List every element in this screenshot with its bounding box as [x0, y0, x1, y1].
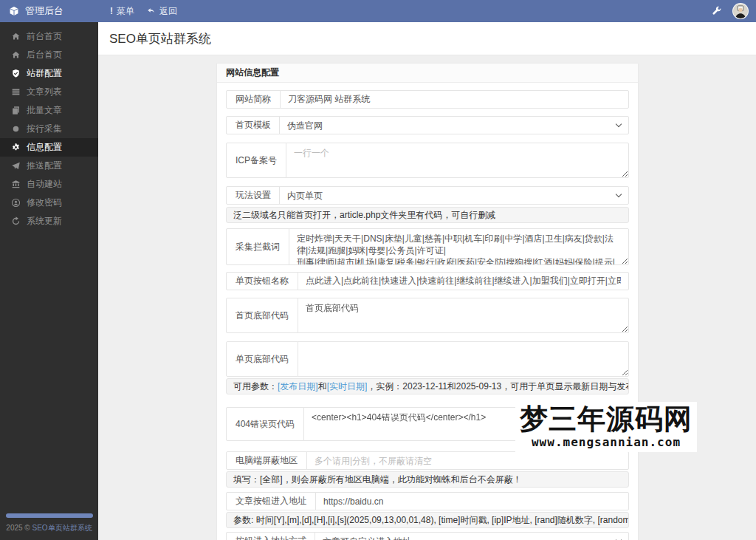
sidebar-item-front-home[interactable]: 前台首页: [0, 27, 98, 46]
pc-block-note: 填写：[全部]，则会屏蔽所有地区电脑端，此功能对蜘蛛和后台不会屏蔽！: [226, 471, 629, 488]
footer-site-link[interactable]: SEO单页站群系统: [32, 524, 92, 532]
sidebar: 前台首页 后台首页 站群配置 文章列表 批量文章 按行采集 信息配置 推送配置: [0, 22, 98, 540]
block-words-label: 采集拦截词: [226, 228, 289, 265]
sidebar-item-label: 信息配置: [27, 141, 62, 154]
watermark-url: www.mengsannian.com: [520, 435, 693, 449]
block-words-textarea[interactable]: 定时炸弹|天天干|DNS|床垫|儿童|慈善|中职|机车|印刷|中学|酒店|卫生|…: [289, 228, 629, 265]
publish-date-param: [发布日期]: [278, 381, 318, 392]
panel-title: 网站信息配置: [217, 64, 638, 83]
sidebar-item-label: 文章列表: [27, 86, 62, 98]
home-template-row: 首页模板 伪造官网: [226, 116, 629, 134]
article-url-input[interactable]: [315, 492, 629, 510]
sidebar-item-system-update[interactable]: 系统更新: [0, 212, 98, 230]
pc-block-input[interactable]: [306, 451, 629, 470]
wrench-icon[interactable]: [712, 6, 722, 16]
back-button[interactable]: 返回: [146, 5, 177, 18]
page-title: SEO单页站群系统: [109, 30, 211, 47]
menu-toggle-label: 菜单: [117, 5, 134, 18]
cube-logo-icon: [9, 6, 19, 16]
sidebar-item-label: 推送配置: [27, 160, 62, 172]
sidebar-item-article-list[interactable]: 文章列表: [0, 83, 98, 101]
pages-icon: [10, 106, 21, 116]
home-footer-code-label: 首页底部代码: [226, 298, 298, 333]
sidebar-item-label: 站群配置: [27, 67, 62, 80]
article-url-label: 文章按钮进入地址: [226, 492, 316, 510]
site-name-input[interactable]: [280, 90, 629, 109]
watermark-title: 梦三年源码网: [520, 403, 693, 435]
url-mode-row: 按钮进入地址方式 文章可自定义进入地址: [226, 532, 629, 540]
back-label: 返回: [159, 5, 177, 18]
page-footer-code-label: 单页底部代码: [226, 341, 298, 377]
brand-title: 管理后台: [25, 4, 63, 18]
page-footer-code-row: 单页底部代码: [226, 341, 629, 377]
watermark: 梦三年源码网 www.mengsannian.com: [515, 402, 697, 452]
sidebar-item-label: 前台首页: [27, 30, 62, 43]
footer-pill-decoration: [6, 513, 93, 518]
home-template-label: 首页模板: [226, 116, 281, 134]
home-template-select[interactable]: 伪造官网: [279, 116, 629, 134]
app-brand[interactable]: 管理后台: [0, 4, 98, 18]
copyright-text: 2025 ©: [6, 524, 30, 532]
sidebar-item-batch-articles[interactable]: 批量文章: [0, 101, 98, 120]
sidebar-item-label: 后台首页: [27, 49, 62, 61]
sidebar-item-line-collect[interactable]: 按行采集: [0, 120, 98, 138]
sidebar-item-label: 自动建站: [27, 178, 62, 191]
sidebar-item-push-config[interactable]: 推送配置: [0, 157, 98, 175]
sidebar-item-label: 批量文章: [27, 104, 62, 117]
pc-block-row: 电脑端屏蔽地区: [226, 451, 629, 470]
icp-row: ICP备案号: [226, 143, 629, 178]
gear-icon: [10, 143, 21, 153]
date-params-note: 可用参数：[发布日期]和[实时日期]，实例：2023-12-11和2025-09…: [226, 378, 629, 394]
sidebar-item-label: 系统更新: [27, 215, 62, 228]
list-icon: [10, 87, 21, 98]
icp-label: ICP备案号: [226, 143, 286, 178]
button-names-row: 单页按钮名称: [226, 272, 629, 290]
site-name-row: 网站简称: [226, 90, 629, 109]
dot-circle-icon: [10, 124, 21, 134]
page-footer-code-textarea[interactable]: [298, 341, 629, 377]
note-text: 和: [318, 381, 327, 392]
shield-check-icon: [10, 69, 21, 79]
sidebar-item-admin-home[interactable]: 后台首页: [0, 46, 98, 64]
user-circle-icon: [10, 198, 21, 208]
error404-label: 404错误页代码: [226, 407, 304, 441]
user-avatar[interactable]: [732, 3, 749, 19]
note-text: ，实例：2023-12-11和2025-09-13，可用于单页显示最新日期与发布…: [367, 381, 629, 392]
sidebar-item-cluster-config[interactable]: 站群配置: [0, 64, 98, 83]
article-url-row: 文章按钮进入地址: [226, 492, 629, 510]
play-mode-note: 泛二级域名只能首页打开，article.php文件夹里有代码，可自行删减: [226, 207, 629, 223]
realtime-date-param: [实时日期]: [327, 381, 368, 392]
url-mode-select[interactable]: 文章可自定义进入地址: [315, 532, 629, 540]
sidebar-item-info-config[interactable]: 信息配置: [0, 138, 98, 157]
home-icon: [10, 50, 21, 61]
topbar: 管理后台 ! 菜单 返回: [0, 0, 756, 22]
sidebar-item-auto-build[interactable]: 自动建站: [0, 175, 98, 194]
pc-block-label: 电脑端屏蔽地区: [226, 451, 307, 470]
refresh-icon: [10, 216, 21, 227]
params-note: 参数: 时间[Y],[m],[d],[H],[i],[s](2025,09,13…: [226, 512, 629, 528]
sidebar-item-label: 按行采集: [27, 123, 62, 135]
note-text: 可用参数：: [233, 381, 278, 392]
content-area: 网站信息配置 网站简称 首页模板 伪造官网 ICP备案号: [98, 55, 756, 540]
site-name-label: 网站简称: [226, 90, 281, 109]
bank-icon: [10, 180, 21, 190]
play-mode-row: 玩法设置 内页单页: [226, 186, 629, 205]
site-info-panel: 网站信息配置 网站简称 首页模板 伪造官网 ICP备案号: [216, 63, 639, 540]
home-footer-code-textarea[interactable]: 首页底部代码: [298, 298, 629, 333]
icp-textarea[interactable]: [286, 143, 629, 178]
home-icon: [10, 32, 21, 42]
menu-toggle-icon: !: [110, 6, 113, 16]
play-mode-label: 玩法设置: [226, 186, 281, 205]
send-icon: [10, 161, 21, 171]
back-arrow-icon: [146, 7, 156, 16]
sidebar-item-change-password[interactable]: 修改密码: [0, 194, 98, 212]
play-mode-select[interactable]: 内页单页: [279, 186, 629, 205]
home-footer-code-row: 首页底部代码 首页底部代码: [226, 298, 629, 333]
button-names-input[interactable]: [298, 272, 629, 290]
button-names-label: 单页按钮名称: [226, 272, 298, 290]
sidebar-footer: 2025 © SEO单页站群系统: [0, 513, 98, 533]
menu-toggle-button[interactable]: ! 菜单: [110, 5, 134, 18]
page-title-bar: SEO单页站群系统: [98, 22, 756, 55]
block-words-row: 采集拦截词 定时炸弹|天天干|DNS|床垫|儿童|慈善|中职|机车|印刷|中学|…: [226, 228, 629, 265]
url-mode-label: 按钮进入地址方式: [226, 532, 316, 540]
